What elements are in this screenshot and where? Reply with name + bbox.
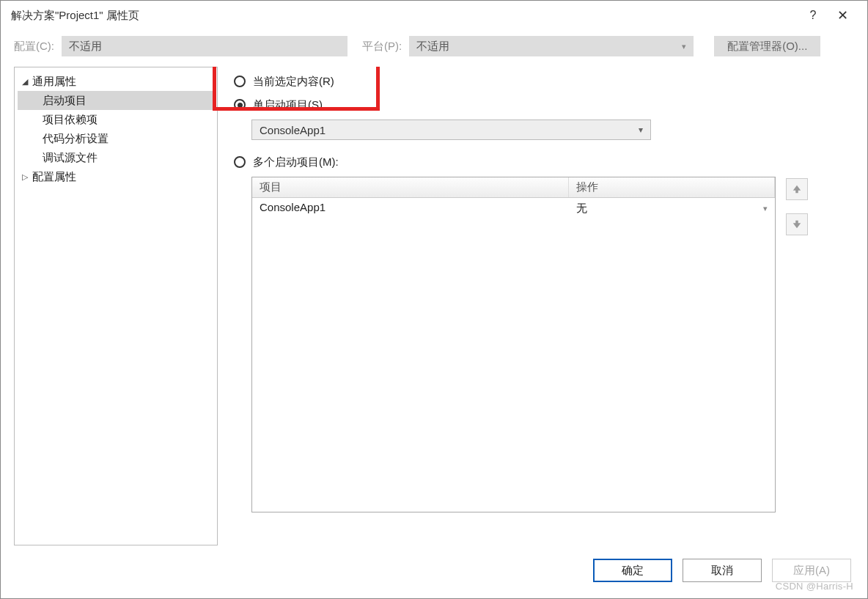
tree-label: 代码分析设置 [43,132,108,146]
chevron-down-icon: ▾ [682,36,686,56]
arrow-up-icon [792,184,802,194]
config-row: 配置(C): 不适用 平台(P): 不适用 ▾ 配置管理器(O)... [1,30,867,67]
radio-label: 多个启动项目(M): [253,155,339,169]
radio-multiple-startup[interactable]: 多个启动项目(M): [231,153,854,171]
radio-current-selection[interactable]: 当前选定内容(R) [231,73,854,90]
watermark: CSDN @Harris-H [776,581,853,592]
platform-label: 平台(P): [362,40,405,54]
col-header-project[interactable]: 项目 [252,177,569,197]
cancel-button[interactable]: 取消 [683,559,762,582]
tree-label: 项目依赖项 [43,113,98,127]
tree-node-common-properties[interactable]: ◢ 通用属性 [18,72,214,91]
tree-node-project-dependencies[interactable]: 项目依赖项 [18,110,214,129]
cell-project: ConsoleApp1 [252,198,569,218]
tree-label: 调试源文件 [43,151,98,165]
apply-button[interactable]: 应用(A) [772,559,851,582]
col-header-action[interactable]: 操作 [569,177,775,197]
dialog-footer: 确定 取消 应用(A) [1,545,867,598]
main-panel: 当前选定内容(R) 单启动项目(S) ConsoleApp1 ▾ 多个启动项目(… [231,67,854,545]
tree-node-startup-project[interactable]: 启动项目 [18,91,214,110]
platform-value: 不适用 [416,36,449,56]
triangle-down-icon: ◢ [22,77,32,87]
radio-single-startup[interactable]: 单启动项目(S) [231,96,854,114]
radio-label: 当前选定内容(R) [253,75,334,89]
tree-node-code-analysis[interactable]: 代码分析设置 [18,129,214,148]
move-up-button[interactable] [786,178,808,200]
table-header: 项目 操作 [252,177,775,198]
radio-icon [234,76,246,87]
config-manager-button[interactable]: 配置管理器(O)... [714,36,820,56]
arrow-down-icon [792,219,802,229]
close-button[interactable]: ✕ [828,7,857,23]
body-area: ◢ 通用属性 启动项目 项目依赖项 代码分析设置 调试源文件 ▷ 配置属性 [1,67,867,545]
move-down-button[interactable] [786,213,808,235]
config-value: 不适用 [69,40,102,52]
triangle-right-icon: ▷ [22,172,32,182]
titlebar: 解决方案"Project1" 属性页 ? ✕ [1,1,867,30]
single-startup-value: ConsoleApp1 [260,124,326,136]
single-startup-combo[interactable]: ConsoleApp1 ▾ [251,120,651,140]
chevron-down-icon: ▾ [639,125,643,135]
tree-node-config-properties[interactable]: ▷ 配置属性 [18,167,214,186]
radio-label: 单启动项目(S) [253,98,323,112]
tree-label: 配置属性 [32,170,76,184]
dialog-title: 解决方案"Project1" 属性页 [11,9,139,23]
multi-startup-table: 项目 操作 ConsoleApp1 无 ▾ [251,177,776,512]
platform-combo[interactable]: 不适用 ▾ [409,36,694,56]
chevron-down-icon: ▾ [763,204,768,213]
property-tree: ◢ 通用属性 启动项目 项目依赖项 代码分析设置 调试源文件 ▷ 配置属性 [14,67,218,545]
reorder-buttons [786,177,808,512]
cell-action-value: 无 [576,202,587,216]
config-label: 配置(C): [14,40,57,54]
radio-icon [234,99,246,111]
radio-icon [234,156,246,168]
cell-action[interactable]: 无 ▾ [569,198,775,218]
tree-node-debug-source[interactable]: 调试源文件 [18,148,214,167]
dialog-window: 解决方案"Project1" 属性页 ? ✕ 配置(C): 不适用 平台(P):… [0,0,868,599]
multi-startup-area: 项目 操作 ConsoleApp1 无 ▾ [251,177,854,512]
config-combo[interactable]: 不适用 [62,36,347,56]
table-row[interactable]: ConsoleApp1 无 ▾ [252,198,775,218]
tree-label: 启动项目 [43,94,87,108]
tree-label: 通用属性 [32,75,76,89]
col-header-action-label: 操作 [576,180,598,194]
help-button[interactable]: ? [798,9,828,22]
ok-button[interactable]: 确定 [593,559,672,582]
